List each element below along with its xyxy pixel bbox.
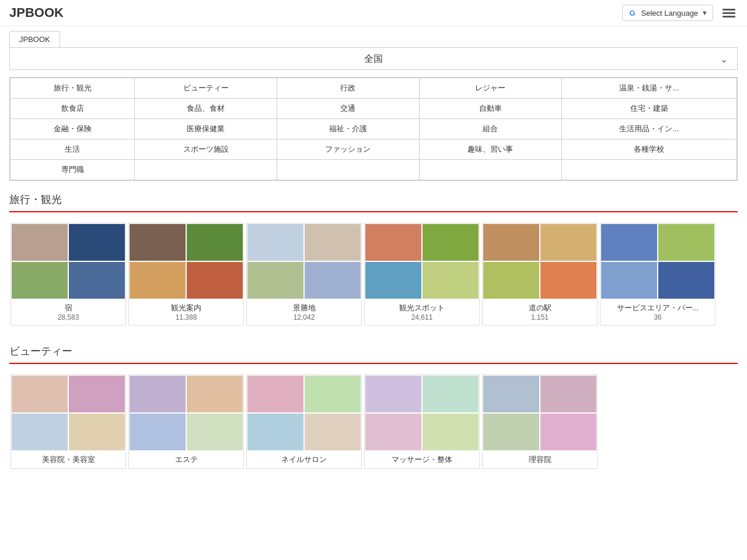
section-divider	[9, 211, 738, 212]
thumb-cell	[129, 413, 186, 451]
card-michinoeki[interactable]: 道の駅 1,151	[482, 223, 598, 326]
category-food[interactable]: 食品、食材	[135, 99, 277, 119]
thumb-cell	[247, 375, 304, 413]
card-beauty-2[interactable]: エステ	[128, 374, 244, 469]
card-title: 美容院・美容室	[16, 454, 121, 465]
category-auto[interactable]: 自動車	[419, 99, 561, 119]
region-select[interactable]: 全国 北海道 東北 関東 中部 近畿 中国 四国 九州・沖縄	[10, 48, 737, 69]
card-info: サービスエリア・パー... 36	[601, 299, 715, 325]
category-hobby[interactable]: 趣味、習い事	[419, 139, 561, 160]
thumb-cell	[129, 261, 186, 299]
category-welfare[interactable]: 福祉・介護	[277, 119, 419, 139]
category-beauty[interactable]: ビューティー	[135, 78, 277, 99]
category-specialist[interactable]: 専門職	[11, 160, 135, 180]
card-thumbnail	[247, 375, 361, 451]
thumb-cell	[11, 375, 68, 413]
category-sports[interactable]: スポーツ施設	[135, 139, 277, 160]
category-daily[interactable]: 生活用品・イン...	[561, 119, 736, 139]
thumb-quad	[129, 375, 243, 451]
thumb-quad	[483, 223, 597, 299]
card-thumbnail	[483, 223, 597, 299]
card-thumbnail	[483, 375, 597, 451]
card-title: 道の駅	[487, 303, 592, 313]
card-count: 1,151	[487, 313, 592, 321]
category-grid: 旅行・観光 ビューティー 行政 レジャー 温泉・銭湯・サ... 飲食店 食品、食…	[9, 77, 738, 181]
category-restaurant[interactable]: 飲食店	[11, 99, 135, 119]
card-kanko-spot[interactable]: 観光スポット 24,611	[364, 223, 480, 326]
list-view-icon[interactable]	[720, 6, 738, 20]
travel-section: 旅行・観光 宿 28,583	[9, 192, 738, 327]
thumb-cell	[365, 375, 422, 413]
thumb-cell	[186, 413, 243, 451]
thumb-cell	[129, 223, 186, 261]
category-transport[interactable]: 交通	[277, 99, 419, 119]
site-logo: JPBOOK	[9, 5, 64, 20]
thumb-cell	[11, 223, 68, 261]
card-beauty-5[interactable]: 理容院	[482, 374, 598, 469]
nav-tabs: JPBOOK	[0, 26, 747, 47]
category-union[interactable]: 組合	[419, 119, 561, 139]
card-title: マッサージ・整体	[369, 454, 474, 465]
card-keishochi[interactable]: 景勝地 12,042	[246, 223, 362, 326]
category-row: 生活 スポーツ施設 ファッション 趣味、習い事 各種学校	[11, 139, 737, 160]
category-travel[interactable]: 旅行・観光	[11, 78, 135, 99]
thumb-cell	[186, 261, 243, 299]
thumb-quad	[129, 223, 243, 299]
card-info: 観光案内 11,388	[129, 299, 243, 325]
thumb-cell	[658, 261, 715, 299]
card-title: 景勝地	[252, 303, 357, 313]
card-title: エステ	[134, 454, 239, 465]
card-beauty-1[interactable]: 美容院・美容室	[11, 374, 126, 469]
category-row: 専門職	[11, 160, 737, 180]
card-info: 景勝地 12,042	[247, 299, 361, 325]
thumb-cell	[658, 223, 715, 261]
card-thumbnail	[601, 223, 715, 299]
card-info: 宿 28,583	[11, 299, 125, 325]
thumb-cell	[483, 375, 540, 413]
card-count: 28,583	[16, 313, 121, 321]
card-info: 美容院・美容室	[11, 451, 125, 468]
card-title: ネイルサロン	[252, 454, 357, 465]
card-info: 観光スポット 24,611	[365, 299, 479, 325]
card-beauty-3[interactable]: ネイルサロン	[246, 374, 362, 469]
card-kanko-annai[interactable]: 観光案内 11,388	[128, 223, 244, 326]
section-divider	[9, 363, 738, 364]
thumb-cell	[483, 223, 540, 261]
category-admin[interactable]: 行政	[277, 78, 419, 99]
category-leisure[interactable]: レジャー	[419, 78, 561, 99]
thumb-cell	[540, 413, 597, 451]
card-service-area[interactable]: サービスエリア・パー... 36	[600, 223, 715, 326]
thumb-quad	[247, 375, 361, 451]
thumb-quad	[365, 375, 479, 451]
card-info: エステ	[129, 451, 243, 468]
header-right: G Select Language ▼	[622, 5, 738, 21]
thumb-cell	[247, 413, 304, 451]
category-housing[interactable]: 住宅・建築	[561, 99, 736, 119]
card-count: 24,611	[369, 313, 474, 321]
category-life[interactable]: 生活	[11, 139, 135, 160]
category-school[interactable]: 各種学校	[561, 139, 736, 160]
category-finance[interactable]: 金融・保険	[11, 119, 135, 139]
beauty-cards-grid: 美容院・美容室 エステ	[9, 373, 738, 470]
card-info: マッサージ・整体	[365, 451, 479, 468]
thumb-cell	[601, 223, 658, 261]
category-fashion[interactable]: ファッション	[277, 139, 419, 160]
category-row: 金融・保険 医療保健業 福祉・介護 組合 生活用品・イン...	[11, 119, 737, 139]
card-beauty-4[interactable]: マッサージ・整体	[364, 374, 480, 469]
category-onsen[interactable]: 温泉・銭湯・サ...	[561, 78, 736, 99]
beauty-section-title: ビューティー	[9, 344, 738, 358]
thumb-cell	[365, 413, 422, 451]
category-row: 飲食店 食品、食材 交通 自動車 住宅・建築	[11, 99, 737, 119]
thumb-quad	[11, 375, 125, 451]
thumb-cell	[422, 375, 479, 413]
thumb-cell	[186, 375, 243, 413]
thumb-cell	[129, 375, 186, 413]
card-info: 道の駅 1,151	[483, 299, 597, 325]
category-table: 旅行・観光 ビューティー 行政 レジャー 温泉・銭湯・サ... 飲食店 食品、食…	[10, 78, 737, 180]
category-medical[interactable]: 医療保健業	[135, 119, 277, 139]
card-yado[interactable]: 宿 28,583	[11, 223, 126, 326]
thumb-cell	[247, 223, 304, 261]
jpbook-tab[interactable]: JPBOOK	[9, 31, 60, 47]
card-thumbnail	[129, 375, 243, 451]
google-translate-widget[interactable]: G Select Language ▼	[622, 5, 713, 21]
